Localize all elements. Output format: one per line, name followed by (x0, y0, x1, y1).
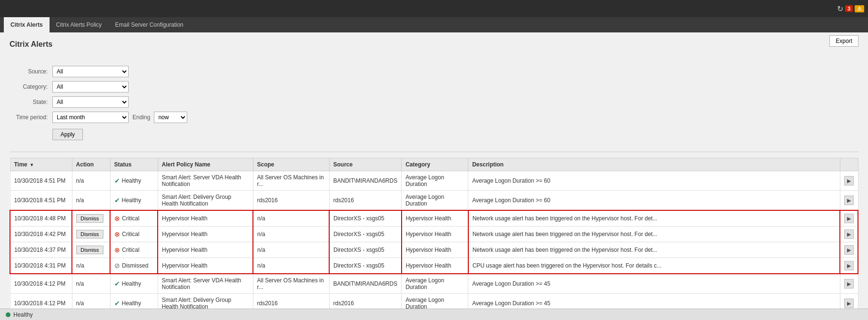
dismiss-button[interactable]: Dismiss (76, 230, 103, 238)
status-healthy: ✔ Healthy (114, 299, 154, 307)
table-row: 10/30/2018 4:42 PM Dismiss ⊗ Critical Hy… (10, 227, 858, 242)
checkmark-icon: ✔ (114, 196, 120, 204)
cell-action[interactable]: Dismiss (72, 227, 110, 242)
col-time-header[interactable]: Time ▾ (10, 158, 72, 171)
row-nav-arrow[interactable]: ▶ (844, 261, 854, 270)
cell-nav[interactable]: ▶ (840, 171, 858, 191)
checkmark-icon: ✔ (114, 299, 120, 307)
cell-scope: n/a (253, 242, 329, 258)
cell-scope: n/a (253, 258, 329, 274)
row-nav-arrow[interactable]: ▶ (844, 196, 854, 205)
dismiss-button[interactable]: Dismiss (76, 214, 103, 223)
tab-citrix-alerts[interactable]: Citrix Alerts (4, 17, 50, 32)
category-select[interactable]: All (52, 81, 129, 93)
row-nav-arrow[interactable]: ▶ (844, 279, 854, 289)
tab-bar: Citrix Alerts Citrix Alerts Policy Email… (0, 17, 868, 32)
cell-category: Hypervisor Health (402, 258, 468, 274)
cell-scope: All Server OS Machines in r... (253, 274, 329, 294)
timeperiod-label: Time period: (10, 114, 52, 121)
cell-description: Network usage alert has been triggered o… (468, 242, 840, 258)
row-nav-arrow[interactable]: ▶ (844, 176, 854, 186)
cell-action: n/a (72, 171, 110, 191)
cell-nav[interactable]: ▶ (840, 274, 858, 294)
main-content: Citrix Alerts Export Source: All Categor… (0, 32, 868, 320)
col-scope-header: Scope (253, 158, 329, 171)
warning-badge[interactable]: ⚠ (855, 5, 864, 12)
col-status-header: Status (110, 158, 158, 171)
state-label: State: (10, 99, 52, 105)
source-select[interactable]: All (52, 66, 129, 77)
cell-action: n/a (72, 258, 110, 274)
cell-category: Average Logon Duration (402, 171, 468, 191)
cell-nav[interactable]: ▶ (840, 242, 858, 258)
apply-button[interactable]: Apply (52, 129, 83, 140)
row-nav-arrow[interactable]: ▶ (844, 245, 854, 255)
cell-time: 10/30/2018 4:37 PM (10, 242, 72, 258)
status-critical: ⊗ Critical (114, 215, 153, 222)
cell-action[interactable]: Dismiss (72, 242, 110, 258)
cell-nav[interactable]: ▶ (840, 210, 858, 227)
cell-action: n/a (72, 274, 110, 294)
status-healthy: ✔ Healthy (114, 177, 154, 185)
cell-source: BANDIT\MIRANDA6RDS (329, 274, 402, 294)
action-na: n/a (76, 197, 84, 204)
page-title: Citrix Alerts (10, 40, 52, 49)
dismissed-icon: ⊘ (114, 262, 120, 269)
action-na: n/a (76, 280, 84, 287)
cell-nav[interactable]: ▶ (840, 258, 858, 274)
filter-section: Source: All Category: All State: All Tim… (10, 62, 858, 144)
cell-nav[interactable]: ▶ (840, 227, 858, 242)
cell-source: DirectorXS - xsgs05 (329, 242, 402, 258)
table-row: 10/30/2018 4:31 PM n/a ⊘ Dismissed Hyper… (10, 258, 858, 274)
row-nav-arrow[interactable]: ▶ (844, 214, 854, 223)
col-nav-header (840, 158, 858, 171)
status-indicator (6, 312, 10, 317)
ending-label: Ending (132, 114, 150, 121)
cell-status: ✔ Healthy (110, 171, 158, 191)
cell-source: DirectorXS - xsgs05 (329, 227, 402, 242)
row-nav-arrow[interactable]: ▶ (844, 299, 854, 308)
timeperiod-select[interactable]: Last month (52, 112, 129, 123)
export-button[interactable]: Export (829, 35, 858, 47)
col-category-header: Category (402, 158, 468, 171)
cell-nav[interactable]: ▶ (840, 191, 858, 211)
action-na: n/a (76, 300, 84, 307)
cell-scope: n/a (253, 227, 329, 242)
status-bar: Healthy (0, 309, 868, 320)
tab-email-server-configuration[interactable]: Email Server Configuration (109, 17, 190, 32)
cell-policy: Hypervisor Health (158, 258, 253, 274)
dismiss-button[interactable]: Dismiss (76, 246, 103, 254)
refresh-icon[interactable]: ↻ (837, 4, 843, 13)
cell-description: CPU usage alert has been triggered on th… (468, 258, 840, 274)
status-critical: ⊗ Critical (114, 246, 153, 254)
cell-time: 10/30/2018 4:12 PM (10, 274, 72, 294)
cell-time: 10/30/2018 4:51 PM (10, 191, 72, 211)
cell-policy: Hypervisor Health (158, 227, 253, 242)
apply-row: Apply (10, 127, 858, 140)
table-row: 10/30/2018 4:51 PM n/a ✔ Healthy Smart A… (10, 191, 858, 211)
row-nav-arrow[interactable]: ▶ (844, 229, 854, 239)
tab-citrix-alerts-policy[interactable]: Citrix Alerts Policy (50, 17, 109, 32)
critical-icon: ⊗ (114, 215, 120, 222)
status-critical: ⊗ Critical (114, 230, 153, 238)
cell-status: ⊘ Dismissed (110, 258, 158, 274)
category-filter-row: Category: All (10, 81, 858, 93)
cell-category: Hypervisor Health (402, 210, 468, 227)
cell-action[interactable]: Dismiss (72, 210, 110, 227)
notification-badge[interactable]: 3 (845, 5, 853, 12)
timeperiod-filter-row: Time period: Last month Ending now (10, 112, 858, 123)
cell-time: 10/30/2018 4:42 PM (10, 227, 72, 242)
action-na: n/a (76, 177, 84, 184)
status-text: Healthy (13, 311, 33, 318)
cell-category: Hypervisor Health (402, 242, 468, 258)
cell-action: n/a (72, 191, 110, 211)
table-header-row: Time ▾ Action Status Alert Policy Name S… (10, 158, 858, 171)
top-bar-right: ↻ 3 ⚠ (837, 4, 864, 13)
cell-category: Hypervisor Health (402, 227, 468, 242)
cell-time: 10/30/2018 4:51 PM (10, 171, 72, 191)
checkmark-icon: ✔ (114, 280, 120, 288)
state-filter-row: State: All (10, 96, 858, 108)
state-select[interactable]: All (52, 96, 129, 108)
ending-select[interactable]: now (154, 112, 187, 123)
cell-scope: rds2016 (253, 191, 329, 211)
